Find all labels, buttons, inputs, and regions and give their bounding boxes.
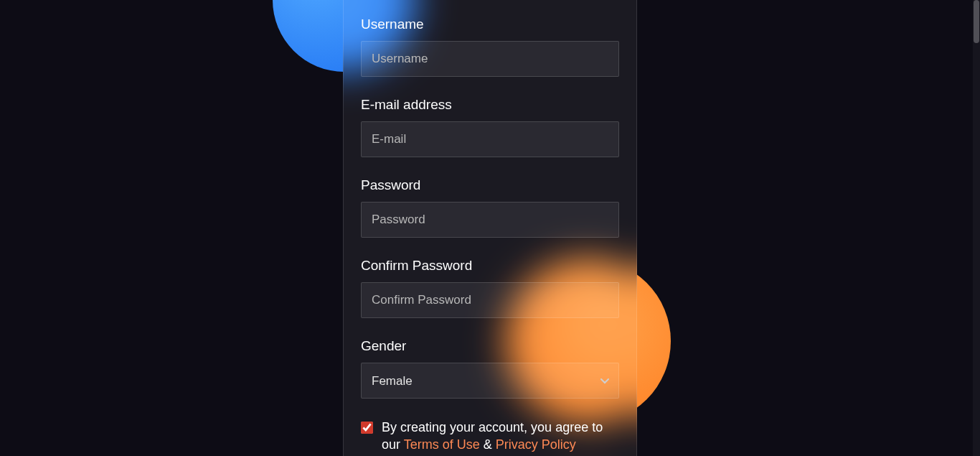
field-confirm-password: Confirm Password [361, 258, 619, 318]
field-username: Username [361, 17, 619, 77]
confirm-password-input[interactable] [361, 282, 619, 318]
email-field[interactable] [361, 121, 619, 157]
email-label: E-mail address [361, 97, 619, 113]
gender-label: Gender [361, 338, 619, 354]
signup-card: Sign up Username E-mail address Password… [343, 0, 637, 456]
scrollbar-thumb[interactable] [974, 0, 979, 43]
field-gender: Gender Female [361, 338, 619, 399]
gender-select[interactable]: Female [361, 363, 619, 399]
field-password: Password [361, 177, 619, 238]
privacy-link[interactable]: Privacy Policy [496, 437, 576, 452]
consent-row: By creating your account, you agree to o… [361, 419, 619, 454]
consent-checkbox[interactable] [361, 422, 373, 434]
scrollbar-track[interactable] [973, 0, 980, 456]
username-label: Username [361, 17, 619, 32]
consent-sep: & [480, 437, 496, 452]
field-email: E-mail address [361, 97, 619, 157]
password-input[interactable] [361, 202, 619, 238]
confirm-password-label: Confirm Password [361, 258, 619, 274]
username-input[interactable] [361, 41, 619, 77]
terms-link[interactable]: Terms of Use [404, 437, 480, 452]
password-label: Password [361, 177, 619, 193]
consent-text: By creating your account, you agree to o… [382, 419, 619, 454]
